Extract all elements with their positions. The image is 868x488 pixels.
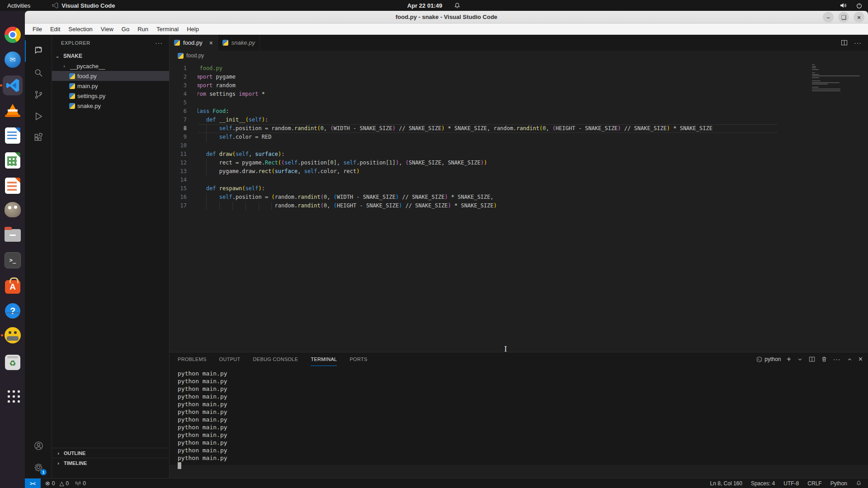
split-editor-icon[interactable]	[841, 39, 848, 46]
panel-action-kill-terminal[interactable]	[821, 356, 827, 362]
panel-tab-ports[interactable]: PORTS	[349, 352, 367, 366]
code-line-15[interactable]: 15 def respawn(self):	[170, 184, 821, 193]
explorer-more-actions-icon[interactable]: ···	[155, 39, 163, 47]
window-close-button[interactable]: ×	[854, 12, 864, 23]
panel-tab-debug-console[interactable]: DEBUG CONSOLE	[253, 352, 298, 366]
code-line-11[interactable]: 11 def draw(self, surface):	[170, 150, 821, 159]
volume-icon[interactable]	[840, 2, 847, 9]
dock-item-libreoffice-impress[interactable]	[4, 177, 22, 195]
dock-item-trash[interactable]: ♻	[4, 353, 22, 371]
code-line-2[interactable]: 2import pygame	[170, 73, 821, 81]
code-line-9[interactable]: 9 self.color = RED	[170, 133, 821, 141]
minimap[interactable]	[812, 64, 862, 92]
timeline-section[interactable]: › TIMELINE	[52, 458, 169, 468]
menu-edit[interactable]: Edit	[46, 23, 64, 34]
code-editor[interactable]: 1# food.py2import pygame3import random4f…	[170, 61, 868, 352]
activity-run-and-debug[interactable]	[25, 105, 52, 127]
dock-item-vscode[interactable]	[3, 75, 23, 95]
tab-food-py[interactable]: food.py×	[170, 35, 218, 51]
window-minimize-button[interactable]: –	[823, 12, 834, 23]
menu-go[interactable]: Go	[118, 23, 133, 34]
breadcrumb[interactable]: food.py	[170, 51, 868, 61]
file-item-snake-py[interactable]: snake.py	[52, 101, 169, 111]
code-line-10[interactable]: 10	[170, 141, 821, 150]
menu-help[interactable]: Help	[183, 23, 203, 34]
code-line-8[interactable]: 8 self.position = random.randint(0, (WID…	[170, 124, 821, 133]
code-line-4[interactable]: 4from settings import *	[170, 90, 821, 99]
tab-close-icon[interactable]: ×	[209, 39, 213, 47]
code-line-6[interactable]: 6class Food:	[170, 107, 821, 116]
status-indentation[interactable]: Spaces: 4	[751, 480, 775, 487]
code-line-1[interactable]: 1# food.py	[170, 64, 821, 73]
dock-item-game[interactable]	[4, 326, 22, 344]
panel-action-maximize-panel[interactable]	[847, 357, 853, 362]
dock-item-ubuntu-software[interactable]: A	[4, 277, 22, 295]
dock-item-chrome[interactable]	[4, 26, 22, 44]
panel-action-split-terminal[interactable]	[809, 356, 815, 362]
panel-tab-problems[interactable]: PROBLEMS	[178, 352, 207, 366]
activity-settings[interactable]: 1	[25, 456, 52, 478]
menu-terminal[interactable]: Terminal	[152, 23, 183, 34]
status-encoding[interactable]: UTF-8	[783, 480, 799, 487]
code-line-3[interactable]: 3import random	[170, 81, 821, 90]
panel-tab-terminal[interactable]: TERMINAL	[311, 352, 337, 366]
dock-item-vlc[interactable]	[4, 101, 22, 119]
activity-account[interactable]	[25, 435, 52, 456]
notification-bell-icon[interactable]	[454, 2, 461, 9]
code-line-7[interactable]: 7 def __init__(self):	[170, 116, 821, 124]
dock-item-help[interactable]: ?	[4, 302, 22, 320]
activity-search[interactable]	[25, 62, 52, 84]
code-line-16[interactable]: 16 self.position = (random.randint(0, (W…	[170, 193, 821, 202]
code-line-5[interactable]: 5	[170, 99, 821, 107]
explorer-root-snake[interactable]: ⌄SNAKE	[52, 51, 169, 61]
tab-snake-py[interactable]: snake.py	[218, 35, 260, 51]
file-item--pycache-[interactable]: ›__pycache__	[52, 61, 169, 71]
file-item-main-py[interactable]: main.py	[52, 81, 169, 91]
problems-status[interactable]: ⊗ 0 △ 0	[45, 480, 69, 487]
active-terminal-label[interactable]: python	[756, 356, 781, 362]
window-restore-button[interactable]: ❏	[838, 12, 849, 23]
clock[interactable]: Apr 22 01:49	[407, 2, 442, 9]
panel-tab-output[interactable]: OUTPUT	[219, 352, 241, 366]
power-icon[interactable]	[856, 2, 863, 9]
dock-item-gimp[interactable]	[4, 201, 22, 219]
terminal-output[interactable]: python main.pypython main.pypython main.…	[178, 370, 227, 469]
focused-app-indicator[interactable]: Visual Studio Code	[52, 2, 115, 9]
ubuntu-software-icon: A	[5, 280, 20, 294]
menu-selection[interactable]: Selection	[64, 23, 96, 34]
activity-source-control[interactable]	[25, 84, 52, 105]
menu-view[interactable]: View	[97, 23, 118, 34]
activity-explorer[interactable]	[25, 40, 52, 62]
panel-action-new-terminal[interactable]: +	[787, 356, 791, 363]
dock-item-files[interactable]	[4, 226, 22, 244]
window-title-bar[interactable]: food.py - snake - Visual Studio Code –❏×	[25, 11, 868, 23]
code-line-12[interactable]: 12 rect = pygame.Rect((self.position[0],…	[170, 159, 821, 167]
code-text: import random	[198, 81, 821, 90]
panel-action-close-panel[interactable]: ×	[859, 356, 863, 363]
panel-action-terminal-picker[interactable]	[797, 357, 803, 362]
status-cursor-position[interactable]: Ln 8, Col 160	[710, 480, 742, 487]
menu-file[interactable]: File	[28, 23, 46, 34]
status-eol-sequence[interactable]: CRLF	[807, 480, 821, 487]
code-line-13[interactable]: 13 pygame.draw.rect(surface, self.color,…	[170, 167, 821, 176]
panel-action-more-actions[interactable]: ···	[833, 356, 841, 363]
status-bell-icon[interactable]	[856, 480, 862, 486]
file-item-food-py[interactable]: food.py	[52, 71, 169, 81]
remote-indicator[interactable]: ><	[25, 479, 41, 488]
ports-status[interactable]: 0	[75, 480, 86, 487]
activity-extensions[interactable]	[25, 127, 52, 149]
dock-item-libreoffice-writer[interactable]	[4, 127, 22, 145]
outline-section[interactable]: › OUTLINE	[52, 448, 169, 458]
dock-item-thunderbird[interactable]: ✉	[4, 51, 22, 69]
status-language-mode[interactable]: Python	[830, 480, 847, 487]
file-item-settings-py[interactable]: settings.py	[52, 91, 169, 101]
gimp-icon	[5, 202, 21, 217]
menu-run[interactable]: Run	[133, 23, 152, 34]
activities-button[interactable]: Activities	[0, 0, 38, 11]
dock-item-terminal[interactable]: >_	[4, 251, 22, 269]
dock-item-app-grid[interactable]	[4, 386, 22, 404]
dock-item-libreoffice-calc[interactable]	[4, 151, 22, 169]
code-line-14[interactable]: 14	[170, 176, 821, 184]
code-line-17[interactable]: 17 random.randint(0, (HEIGHT - SNAKE_SIZ…	[170, 202, 821, 210]
editor-more-actions-icon[interactable]: ···	[854, 39, 862, 47]
